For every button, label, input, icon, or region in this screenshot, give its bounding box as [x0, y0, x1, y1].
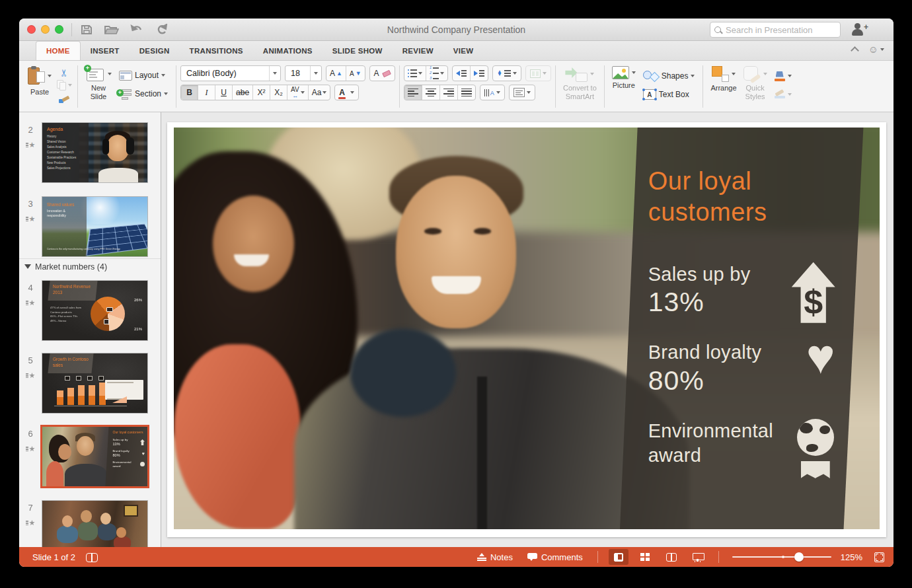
- slide-thumbnail-5[interactable]: Growth in Contoso sales: [42, 353, 148, 414]
- mini-chart-legend: [105, 380, 143, 400]
- slide-editing-surface[interactable]: Our loyal customers Sales up by 13% $: [167, 122, 886, 537]
- italic-button[interactable]: I: [198, 85, 215, 100]
- stat-environment[interactable]: Environmental award: [648, 419, 835, 476]
- layout-button[interactable]: Layout: [116, 69, 171, 82]
- collapse-ribbon-icon[interactable]: [851, 46, 859, 55]
- quick-styles-icon: [743, 66, 761, 82]
- copy-button[interactable]: [56, 79, 72, 92]
- slide-canvas[interactable]: Our loyal customers Sales up by 13% $: [161, 112, 893, 547]
- font-size-combo[interactable]: 18: [285, 65, 322, 81]
- decrease-indent-button[interactable]: [453, 66, 471, 81]
- change-case-button[interactable]: Aa: [309, 85, 330, 100]
- dropdown-caret-icon: [440, 72, 444, 75]
- shape-fill-icon: [775, 71, 785, 81]
- dropdown-caret-icon: [314, 72, 318, 75]
- font-name-combo[interactable]: Calibri (Body): [180, 65, 281, 81]
- reading-view-button[interactable]: [662, 549, 681, 565]
- slide-counter: Slide 1 of 2: [32, 552, 75, 562]
- scissors-icon: ✂: [58, 68, 70, 77]
- format-painter-button[interactable]: [56, 92, 72, 104]
- tab-slide-show[interactable]: SLIDE SHOW: [323, 41, 393, 60]
- zoom-slider[interactable]: [732, 550, 831, 564]
- tab-design[interactable]: DESIGN: [130, 41, 180, 60]
- book-icon[interactable]: [86, 553, 98, 562]
- arrange-button[interactable]: Arrange: [707, 65, 740, 94]
- tab-animations[interactable]: ANIMATIONS: [253, 41, 323, 60]
- slide-thumbnail-3[interactable]: Shared values Innovation & responsibilit…: [42, 196, 148, 257]
- underline-button[interactable]: U: [215, 85, 233, 100]
- share-add-people-button[interactable]: +: [851, 22, 868, 37]
- open-file-button[interactable]: [104, 23, 120, 36]
- tab-transitions[interactable]: TRANSITIONS: [180, 41, 253, 60]
- new-slide-button[interactable]: + New Slide: [82, 65, 115, 102]
- shrink-font-button[interactable]: A▼: [346, 66, 365, 81]
- normal-view-button[interactable]: [609, 549, 628, 565]
- slide-show-button[interactable]: [688, 549, 708, 565]
- copy-icon: [57, 80, 66, 91]
- font-color-button[interactable]: A: [334, 85, 359, 100]
- notes-icon: [477, 553, 486, 561]
- align-text-button[interactable]: [509, 85, 535, 100]
- section-button[interactable]: + Section: [116, 88, 171, 100]
- picture-icon: [612, 66, 629, 79]
- paste-button[interactable]: Paste: [24, 65, 55, 98]
- numbering-button[interactable]: 123: [426, 66, 447, 81]
- dropdown-caret-icon: [496, 91, 500, 94]
- comments-toggle[interactable]: Comments: [523, 552, 587, 562]
- close-window-button[interactable]: [27, 25, 36, 34]
- tab-review[interactable]: REVIEW: [393, 41, 443, 60]
- align-right-button[interactable]: [440, 85, 458, 100]
- align-center-button[interactable]: [422, 85, 440, 100]
- feedback-smiley-icon[interactable]: ☺: [868, 44, 884, 55]
- bold-button[interactable]: B: [181, 85, 198, 100]
- superscript-button[interactable]: X²: [253, 85, 270, 100]
- undo-button[interactable]: [129, 23, 145, 36]
- notes-toggle[interactable]: Notes: [473, 552, 517, 562]
- tab-view[interactable]: VIEW: [443, 41, 484, 60]
- cut-button[interactable]: ✂: [56, 66, 72, 79]
- columns-button[interactable]: [525, 65, 551, 81]
- dropdown-caret-icon: [880, 48, 884, 51]
- save-button[interactable]: [79, 23, 95, 36]
- clear-formatting-button[interactable]: A: [369, 65, 395, 81]
- quick-styles-button[interactable]: QuickStyles: [740, 65, 771, 102]
- search-box[interactable]: [710, 22, 841, 38]
- minimize-window-button[interactable]: [41, 25, 50, 34]
- strikethrough-button[interactable]: abe: [233, 85, 253, 100]
- slide-sorter-view-button[interactable]: [635, 549, 655, 565]
- text-box-button[interactable]: A Text Box: [640, 88, 698, 101]
- fit-slide-to-window-button[interactable]: [874, 552, 884, 562]
- stat-sales[interactable]: Sales up by 13% $: [648, 262, 835, 323]
- align-left-button[interactable]: [404, 85, 422, 100]
- slide-thumbnail-4[interactable]: Northwind Revenue 2013 47% of overall sa…: [42, 280, 148, 341]
- titlebar-divider: [71, 23, 72, 36]
- shape-fill-button[interactable]: [772, 70, 794, 83]
- slide-thumbnail-2[interactable]: Agenda History Shared Vision Sales Analy…: [42, 122, 148, 183]
- zoom-window-button[interactable]: [55, 25, 63, 34]
- line-spacing-button[interactable]: ▲▼: [492, 65, 521, 81]
- bullets-button[interactable]: [404, 66, 427, 81]
- shapes-button[interactable]: Shapes: [640, 68, 698, 84]
- tab-home[interactable]: HOME: [36, 41, 81, 60]
- dropdown-caret-icon: [732, 73, 736, 75]
- search-input[interactable]: [724, 24, 836, 36]
- text-direction-button[interactable]: A: [480, 85, 505, 100]
- convert-to-smartart-button[interactable]: Convert toSmartArt: [560, 65, 600, 102]
- grow-font-button[interactable]: A▲: [326, 66, 346, 81]
- dropdown-caret-icon: [513, 72, 517, 75]
- stat-loyalty[interactable]: Brand loyalty 80% ♥: [648, 340, 835, 396]
- section-header-market-numbers[interactable]: Market numbers (4): [19, 258, 161, 274]
- subscript-button[interactable]: X₂: [270, 85, 287, 100]
- shape-outline-button[interactable]: [772, 90, 794, 100]
- slide-title[interactable]: Our loyal customers: [648, 166, 820, 228]
- tab-insert[interactable]: INSERT: [81, 41, 130, 60]
- picture-button[interactable]: Picture: [609, 65, 639, 91]
- character-spacing-button[interactable]: AV↔: [287, 85, 309, 100]
- section-collapse-triangle-icon[interactable]: [24, 264, 31, 269]
- slide-thumbnail-6-selected[interactable]: Our loyal customers Sales up by13% Brand…: [40, 425, 149, 488]
- justify-button[interactable]: [458, 85, 475, 100]
- zoom-slider-knob[interactable]: [794, 552, 804, 562]
- slide-thumbnail-7[interactable]: Northwind & Contoso: [42, 500, 148, 547]
- redo-button[interactable]: [154, 23, 170, 36]
- increase-indent-button[interactable]: [471, 66, 488, 81]
